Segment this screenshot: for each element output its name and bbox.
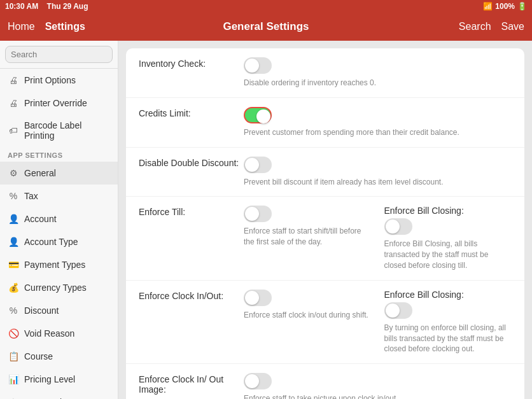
toggle-knob xyxy=(256,109,270,123)
sidebar-item-label: General xyxy=(24,168,56,178)
barcode-icon: 🏷 xyxy=(8,125,19,136)
sidebar-item-label: Pricing Level xyxy=(24,374,75,384)
enforce-clock-image-desc: Enforce staff to take picture upon clock… xyxy=(244,393,512,399)
sidebar-item-top-up-tier[interactable]: ⬆ Top Up Tier xyxy=(0,391,118,399)
sidebar-item-course[interactable]: 📋 Course xyxy=(0,345,118,368)
disable-double-discount-row: Disable Double Discount: Prevent bill di… xyxy=(126,148,524,197)
credits-limit-right: Prevent customer from spending more than… xyxy=(244,107,512,138)
search-input[interactable] xyxy=(5,46,113,63)
sidebar-item-general[interactable]: ⚙ General xyxy=(0,162,118,185)
main-layout: 🖨 Print Options 🖨 Printer Override 🏷 Bar… xyxy=(0,41,532,399)
sidebar-item-print-options[interactable]: 🖨 Print Options xyxy=(0,69,118,92)
time-label: 10:30 AM xyxy=(5,2,38,11)
enforce-till-double: Enforce staff to start shift/till before… xyxy=(244,206,512,270)
search-button[interactable]: Search xyxy=(459,21,491,32)
enforce-bill-closing-label-1: Enforce Bill Closing: xyxy=(384,206,512,216)
enforce-clock-image-row: Enforce Clock In/ Out Image: Enforce sta… xyxy=(126,364,524,399)
enforce-clock-right: Enforce Bill Closing: By turning on enfo… xyxy=(384,290,512,354)
sidebar-item-label: Currency Types xyxy=(24,283,87,293)
print-icon: 🖨 xyxy=(8,74,19,86)
sidebar-item-label: Barcode Label Printing xyxy=(24,120,110,141)
enforce-bill-closing-desc-1: Enforce Bill Closing, all bills transact… xyxy=(384,239,512,270)
enforce-till-row: Enforce Till: Enforce staff to start shi… xyxy=(126,197,524,280)
sidebar-item-label: Course xyxy=(24,351,53,361)
home-button[interactable]: Home xyxy=(8,21,35,32)
disable-double-discount-toggle[interactable] xyxy=(244,157,272,173)
enforce-till-right: Enforce Bill Closing: Enforce Bill Closi… xyxy=(384,206,512,270)
enforce-clock-row: Enforce Clock In/Out: Enforce staff cloc… xyxy=(126,281,524,364)
sidebar-item-void-reason[interactable]: 🚫 Void Reason xyxy=(0,322,118,345)
inventory-check-right: Disable ordering if inventory reaches 0. xyxy=(244,57,512,88)
settings-button[interactable]: Settings xyxy=(45,21,85,32)
enforce-clock-toggle[interactable] xyxy=(244,290,272,306)
sidebar-item-label: Printer Override xyxy=(24,98,87,108)
enforce-clock-double: Enforce staff clock in/out during shift.… xyxy=(244,290,512,354)
enforce-clock-image-right: Enforce staff to take picture upon clock… xyxy=(244,373,512,399)
enforce-till-label: Enforce Till: xyxy=(139,206,244,217)
enforce-till-left: Enforce staff to start shift/till before… xyxy=(244,206,372,270)
course-icon: 📋 xyxy=(8,351,19,362)
sidebar-item-label: Print Options xyxy=(24,75,76,85)
inventory-check-label: Inventory Check: xyxy=(139,57,244,69)
status-right: 📶 100% 🔋 xyxy=(483,2,527,11)
sidebar-item-label: Account xyxy=(24,214,57,224)
sidebar-search-container xyxy=(0,41,118,69)
disable-double-discount-desc: Prevent bill discount if item already ha… xyxy=(244,177,512,188)
enforce-bill-closing-toggle-1[interactable] xyxy=(384,218,412,235)
sidebar: 🖨 Print Options 🖨 Printer Override 🏷 Bar… xyxy=(0,41,118,399)
credits-limit-toggle[interactable] xyxy=(244,107,272,123)
payment-icon: 💳 xyxy=(8,259,19,270)
disable-double-discount-label: Disable Double Discount: xyxy=(139,157,244,168)
content-area: Inventory Check: Disable ordering if inv… xyxy=(118,41,532,399)
toggle-knob xyxy=(386,220,400,234)
battery-label: 100% xyxy=(495,2,515,11)
sidebar-item-account-type[interactable]: 👤 Account Type xyxy=(0,230,118,253)
sidebar-item-barcode[interactable]: 🏷 Barcode Label Printing xyxy=(0,115,118,146)
printer-icon: 🖨 xyxy=(8,97,19,109)
sidebar-item-account[interactable]: 👤 Account xyxy=(0,207,118,230)
sidebar-item-pricing-level[interactable]: 📊 Pricing Level xyxy=(0,368,118,391)
credits-limit-label: Credits Limit: xyxy=(139,107,244,118)
sidebar-item-printer-override[interactable]: 🖨 Printer Override xyxy=(0,92,118,115)
toggle-knob xyxy=(245,207,259,221)
sidebar-item-label: Tax xyxy=(24,191,38,201)
enforce-bill-closing-desc-2: By turning on enforce bill closing, all … xyxy=(384,323,512,354)
nav-left: Home Settings xyxy=(8,21,85,32)
inventory-check-desc: Disable ordering if inventory reaches 0. xyxy=(244,78,512,88)
toggle-knob xyxy=(386,304,400,318)
wifi-icon: 📶 xyxy=(483,2,493,11)
toggle-knob xyxy=(245,374,259,388)
sidebar-item-tax[interactable]: % Tax xyxy=(0,185,118,207)
app-settings-label: APP SETTINGS xyxy=(0,146,118,162)
void-icon: 🚫 xyxy=(8,328,19,339)
sidebar-item-discount[interactable]: % Discount xyxy=(0,299,118,322)
toggle-knob xyxy=(245,291,259,305)
enforce-clock-label: Enforce Clock In/Out: xyxy=(139,290,244,301)
enforce-clock-image-toggle[interactable] xyxy=(244,373,272,389)
battery-icon: 🔋 xyxy=(517,2,527,11)
sidebar-item-label: Void Reason xyxy=(24,328,74,339)
nav-right: Search Save xyxy=(459,21,524,32)
sidebar-item-currency-types[interactable]: 💰 Currency Types xyxy=(0,276,118,299)
page-title: General Settings xyxy=(223,20,309,33)
enforce-till-toggle[interactable] xyxy=(244,206,272,222)
sidebar-item-label: Account Type xyxy=(24,237,78,247)
status-time: 10:30 AM Thu 29 Aug xyxy=(5,2,88,11)
discount-icon: % xyxy=(8,305,19,316)
general-icon: ⚙ xyxy=(8,167,19,179)
inventory-check-toggle[interactable] xyxy=(244,57,272,74)
enforce-clock-desc: Enforce staff clock in/out during shift. xyxy=(244,310,372,321)
enforce-till-desc: Enforce staff to start shift/till before… xyxy=(244,226,372,248)
tax-icon: % xyxy=(8,190,19,202)
enforce-clock-left: Enforce staff clock in/out during shift. xyxy=(244,290,372,354)
account-icon: 👤 xyxy=(8,213,19,225)
status-bar: 10:30 AM Thu 29 Aug 📶 100% 🔋 xyxy=(0,0,532,13)
disable-double-discount-right: Prevent bill discount if item already ha… xyxy=(244,157,512,188)
enforce-bill-closing-label-2: Enforce Bill Closing: xyxy=(384,290,512,300)
sidebar-item-label: Discount xyxy=(24,305,59,316)
save-button[interactable]: Save xyxy=(501,21,524,32)
topup-icon: ⬆ xyxy=(8,396,19,399)
sidebar-item-payment-types[interactable]: 💳 Payment Types xyxy=(0,253,118,276)
settings-card: Inventory Check: Disable ordering if inv… xyxy=(126,48,524,399)
enforce-bill-closing-toggle-2[interactable] xyxy=(384,302,412,319)
